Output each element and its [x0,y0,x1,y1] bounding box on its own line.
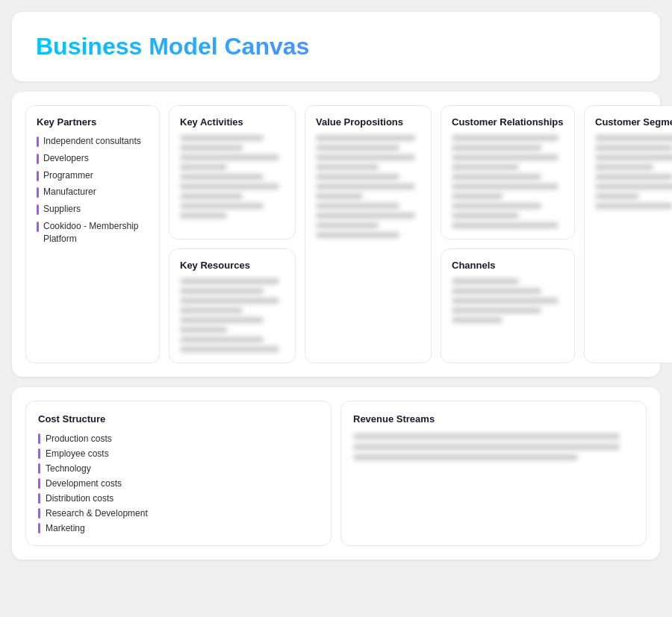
blur-line [595,154,672,160]
blur-line [353,454,578,460]
value-props-content [316,135,420,238]
page-title: Business Model Canvas [36,33,636,60]
list-item: Programmer [37,169,149,182]
blur-line [316,135,415,141]
channels-content [452,278,564,323]
revenue-streams-cell: Revenue Streams [340,401,647,546]
list-item: Cookidoo - Membership Platform [37,220,149,245]
blur-line [180,298,279,304]
key-resources-cell: Key Resources [169,248,296,363]
key-partners-heading: Key Partners [37,116,149,128]
blur-line [180,307,243,313]
cost-structure-heading: Cost Structure [38,413,319,425]
blur-line [595,174,672,180]
blur-line [452,184,559,190]
blur-line [180,288,264,294]
list-item: Distribution costs [38,493,319,504]
blur-line [180,336,264,342]
customer-rel-cell: Customer Relationships [441,105,575,239]
list-item: Production costs [38,433,319,444]
blur-line [180,327,227,333]
blur-line [180,278,279,284]
customer-seg-cell: Customer Segments [584,105,672,363]
blur-line [452,203,541,209]
customer-rel-content [452,135,564,228]
page-wrapper: Business Model Canvas Key Partners Indep… [12,12,660,560]
customer-seg-heading: Customer Segments [595,116,672,128]
blur-line [316,145,399,151]
cost-structure-list: Production costs Employee costs Technolo… [38,433,319,533]
customer-rel-heading: Customer Relationships [452,116,564,128]
blur-line [316,232,399,238]
blur-line [180,213,227,219]
cost-structure-cell: Cost Structure Production costs Employee… [25,401,332,546]
key-activities-heading: Key Activities [180,116,284,128]
blur-line [595,145,672,151]
key-activities-content [180,135,284,219]
blur-line [316,203,399,209]
blur-line [353,444,620,450]
blur-line [180,317,264,323]
blur-line [180,164,227,170]
blur-line [316,213,415,219]
key-partners-list: Independent consultants Developers Progr… [37,135,149,245]
blur-line [452,222,559,228]
blur-line [452,288,541,294]
channels-heading: Channels [452,260,564,271]
blur-line [180,135,264,141]
blur-line [180,203,264,209]
blur-line [180,174,264,180]
blur-line [452,135,559,141]
blur-line [180,154,279,160]
key-resources-heading: Key Resources [180,260,284,271]
value-props-cell: Value Propositions [305,105,432,363]
customer-seg-content [595,135,672,209]
blur-line [180,193,243,199]
list-item: Suppliers [37,203,149,216]
list-item: Independent consultants [37,135,149,148]
blur-line [452,317,503,323]
bottom-row: Cost Structure Production costs Employee… [12,387,660,560]
revenue-streams-content [353,433,634,460]
blur-line [316,154,415,160]
blur-line [180,346,279,352]
blur-line [452,193,503,199]
blur-line [452,213,519,219]
key-partners-cell: Key Partners Independent consultants Dev… [25,105,160,363]
blur-line [316,164,379,170]
canvas-grid: Key Partners Independent consultants Dev… [12,92,660,377]
blur-line [452,145,541,151]
blur-line [595,203,672,209]
list-item: Employee costs [38,448,319,459]
blur-line [316,222,379,228]
blur-line [180,145,243,151]
blur-line [595,193,639,199]
blur-line [452,164,519,170]
blur-line [353,433,620,439]
list-item: Manufacturer [37,186,149,198]
value-props-heading: Value Propositions [316,116,420,128]
list-item: Marketing [38,523,319,533]
blur-line [452,307,541,313]
key-resources-content [180,278,284,352]
blur-line [595,184,672,190]
blur-line [316,174,399,180]
key-activities-cell: Key Activities [169,105,296,239]
blur-line [452,298,559,304]
list-item: Technology [38,463,319,474]
blur-line [452,154,559,160]
list-item: Development costs [38,478,319,489]
blur-line [595,164,653,170]
title-card: Business Model Canvas [12,12,660,81]
list-item: Research & Development [38,508,319,519]
blur-line [180,184,279,190]
blur-line [452,278,519,284]
blur-line [316,184,415,190]
revenue-streams-heading: Revenue Streams [353,413,634,425]
blur-line [452,174,541,180]
blur-line [316,193,363,199]
blur-line [595,135,672,141]
list-item: Developers [37,152,149,165]
channels-cell: Channels [441,248,575,363]
